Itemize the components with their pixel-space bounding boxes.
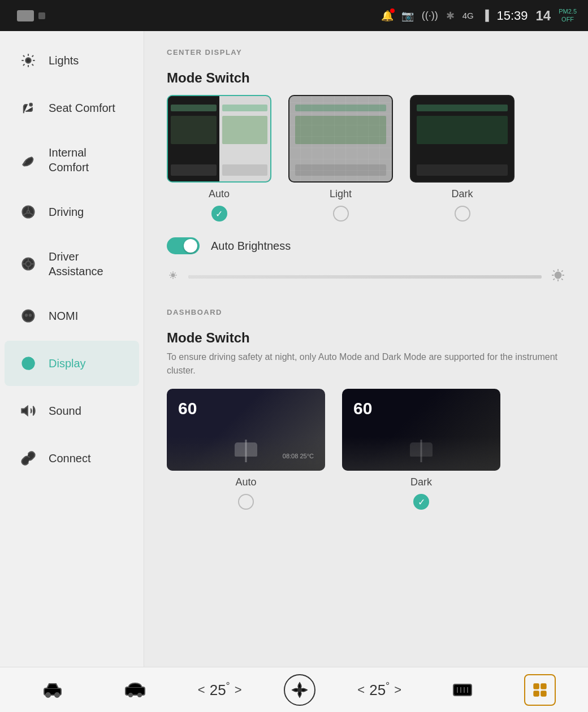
svg-line-7 — [23, 64, 24, 66]
svg-point-21 — [23, 310, 34, 322]
svg-line-8 — [32, 55, 33, 57]
center-mode-switch-row: Auto ✓ Light — [167, 95, 565, 222]
right-temp-value: 25° — [369, 680, 390, 699]
left-temp-value: 25° — [210, 680, 230, 699]
lights-icon — [18, 50, 38, 71]
dashboard-section-title: DASHBOARD — [167, 308, 565, 316]
sidebar-label-lights: Lights — [49, 53, 79, 68]
center-display-section-title: CENTER DISPLAY — [167, 48, 565, 57]
sidebar-item-internal-comfort[interactable]: InternalComfort — [5, 133, 139, 187]
sidebar-item-display[interactable]: Display — [5, 341, 139, 386]
sidebar-item-connect[interactable]: Connect — [5, 436, 139, 481]
dash-speed-auto: 60 — [178, 399, 197, 418]
dash-speed-dark: 60 — [353, 399, 372, 418]
sidebar-label-display: Display — [49, 356, 86, 371]
dash-mode-auto[interactable]: 60 08:08 25°C Auto — [167, 389, 325, 510]
bottom-car-button[interactable] — [32, 677, 73, 703]
brightness-high-icon — [551, 268, 565, 285]
svg-rect-59 — [534, 691, 538, 696]
mode-label-light: Light — [330, 188, 352, 200]
svg-point-9 — [29, 103, 32, 106]
dashboard-mode-desc: To ensure driving safety at night, only … — [167, 350, 565, 377]
bottom-right-temp[interactable]: < 25° > — [357, 680, 401, 699]
bottom-left-temp[interactable]: < 25° > — [198, 680, 242, 699]
fan-button[interactable] — [284, 674, 315, 706]
steering-icon — [18, 202, 38, 222]
heated-windshield-button[interactable] — [443, 676, 482, 704]
right-temp-increase[interactable]: > — [394, 683, 401, 697]
mode-option-light[interactable]: Light — [288, 95, 393, 222]
notification-icon[interactable]: 🔔 — [381, 10, 394, 22]
brightness-slider[interactable] — [188, 275, 542, 279]
sidebar-label-connect: Connect — [49, 451, 91, 466]
main-layout: Lights Seat Comfort InternalComfort — [0, 31, 588, 667]
dash-thumb-auto[interactable]: 60 08:08 25°C — [167, 389, 325, 471]
dash-label-auto: Auto — [235, 476, 256, 488]
mode-thumbnail-light[interactable] — [288, 95, 393, 183]
dash-mode-dark[interactable]: 60 Dark ✓ — [342, 389, 500, 510]
mode-radio-dark[interactable] — [455, 206, 470, 222]
dashboard-mode-row: 60 08:08 25°C Auto 60 — [167, 389, 565, 510]
sidebar-item-lights[interactable]: Lights — [5, 38, 139, 83]
svg-point-36 — [555, 272, 561, 279]
sidebar-item-sound[interactable]: Sound — [5, 388, 139, 433]
right-temp-deg: ° — [386, 680, 390, 692]
right-temp-decrease[interactable]: < — [357, 683, 365, 697]
sidebar-label-seat: Seat Comfort — [49, 101, 115, 115]
nomi-icon — [18, 306, 38, 326]
mode-thumbnail-dark[interactable] — [410, 95, 514, 183]
sidebar-item-driver-assistance[interactable]: DriverAssistance — [5, 237, 139, 291]
svg-line-40 — [561, 279, 563, 280]
svg-line-32 — [170, 272, 171, 273]
sidebar-item-driving[interactable]: Driving — [5, 189, 139, 235]
sidebar: Lights Seat Comfort InternalComfort — [0, 31, 144, 667]
mode-radio-auto[interactable]: ✓ — [211, 206, 227, 222]
dash-radio-dark[interactable]: ✓ — [413, 494, 429, 510]
dash-thumb-dark[interactable]: 60 — [342, 389, 500, 471]
svg-point-0 — [25, 58, 31, 63]
svg-line-33 — [175, 277, 175, 277]
svg-point-50 — [138, 693, 141, 697]
signal-bars-icon: ▐ — [482, 10, 489, 21]
svg-rect-60 — [541, 691, 546, 696]
left-temp-increase[interactable]: > — [235, 683, 242, 697]
svg-rect-57 — [534, 684, 538, 688]
sound-icon — [18, 401, 38, 421]
svg-point-46 — [46, 693, 50, 697]
leaf-icon — [18, 150, 38, 170]
svg-line-43 — [554, 279, 555, 280]
bottom-bar: < 25° > < 25° > — [0, 667, 588, 712]
status-bar-left — [11, 10, 373, 21]
pm25-indicator: PM2.5 OFF — [559, 8, 577, 23]
mode-label-dark: Dark — [451, 188, 473, 200]
sidebar-label-internal: InternalComfort — [49, 145, 89, 175]
sidebar-label-driver-assist: DriverAssistance — [49, 249, 103, 279]
dash-label-dark: Dark — [410, 476, 432, 488]
svg-rect-48 — [126, 687, 145, 695]
auto-brightness-row: Auto Brightness — [167, 237, 565, 254]
sidebar-item-seat-comfort[interactable]: Seat Comfort — [5, 85, 139, 131]
center-mode-switch-title: Mode Switch — [167, 70, 565, 86]
left-temp-deg: ° — [226, 680, 230, 692]
toggle-knob — [184, 239, 197, 253]
brightness-low-icon — [167, 269, 179, 284]
sidebar-label-nomi: NOMI — [49, 309, 78, 323]
svg-line-44 — [561, 271, 563, 272]
left-temp-decrease[interactable]: < — [198, 683, 205, 697]
mode-thumbnail-auto[interactable] — [167, 95, 271, 183]
svg-point-23 — [29, 314, 32, 316]
svg-point-16 — [25, 261, 31, 266]
sidebar-item-nomi[interactable]: NOMI — [5, 293, 139, 338]
svg-line-3 — [23, 55, 24, 57]
camera-icon[interactable]: 📷 — [401, 10, 414, 22]
notification-badge — [390, 8, 395, 13]
bluetooth-icon: ✱ — [446, 10, 455, 22]
mode-option-dark[interactable]: Dark — [410, 95, 514, 222]
mode-option-auto[interactable]: Auto ✓ — [167, 95, 271, 222]
auto-brightness-toggle[interactable] — [167, 237, 200, 254]
seat-heat-button[interactable] — [524, 674, 556, 706]
dash-radio-auto[interactable] — [238, 494, 254, 510]
bottom-trunk-button[interactable] — [115, 677, 155, 703]
display-icon — [18, 353, 38, 374]
mode-radio-light[interactable] — [333, 206, 349, 222]
